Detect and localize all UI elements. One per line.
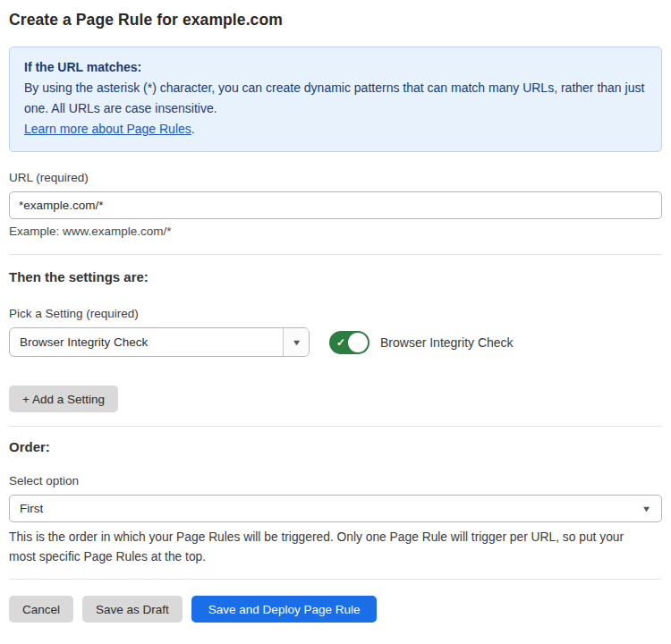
order-select-value: First [20, 502, 642, 515]
order-select-label: Select option [9, 474, 662, 487]
url-field-label: URL (required) [9, 171, 662, 184]
info-box-link-line: Learn more about Page Rules. [24, 119, 647, 140]
chevron-down-icon: ▼ [291, 338, 302, 347]
learn-more-link[interactable]: Learn more about Page Rules [24, 122, 191, 136]
order-section-heading: Order: [9, 439, 662, 454]
divider [9, 426, 662, 427]
setting-toggle-label: Browser Integrity Check [380, 335, 514, 350]
setting-picker-arrow-button[interactable]: ▼ [283, 328, 309, 356]
check-icon: ✓ [336, 335, 345, 348]
setting-picker-label: Pick a Setting (required) [9, 307, 662, 320]
save-as-draft-button[interactable]: Save as Draft [82, 596, 183, 623]
setting-row: Browser Integrity Check ▼ ✓ Browser Inte… [9, 327, 662, 357]
page-rule-form: Create a Page Rule for example.com If th… [0, 0, 671, 623]
info-box-heading: If the URL matches: [24, 57, 647, 78]
save-and-deploy-button[interactable]: Save and Deploy Page Rule [191, 596, 378, 623]
setting-picker-dropdown[interactable]: Browser Integrity Check ▼ [9, 327, 310, 357]
order-helper-text: This is the order in which your Page Rul… [9, 528, 646, 567]
form-actions: Cancel Save as Draft Save and Deploy Pag… [9, 596, 662, 623]
toggle-knob [348, 333, 368, 352]
url-field-helper: Example: www.example.com/* [9, 225, 662, 238]
divider [9, 579, 662, 580]
add-setting-button[interactable]: + Add a Setting [9, 386, 118, 412]
cancel-button[interactable]: Cancel [9, 596, 73, 623]
page-title: Create a Page Rule for example.com [9, 11, 662, 30]
chevron-down-icon: ▼ [641, 504, 652, 513]
setting-toggle[interactable]: ✓ [329, 331, 369, 354]
divider [9, 254, 662, 255]
link-suffix: . [191, 122, 195, 136]
info-box-body: By using the asterisk (*) character, you… [24, 78, 647, 119]
url-input[interactable] [9, 191, 662, 219]
settings-section-heading: Then the settings are: [9, 269, 662, 284]
order-select[interactable]: First ▼ [9, 495, 662, 522]
setting-picker-value: Browser Integrity Check [10, 328, 283, 356]
url-match-info-box: If the URL matches: By using the asteris… [9, 47, 662, 152]
